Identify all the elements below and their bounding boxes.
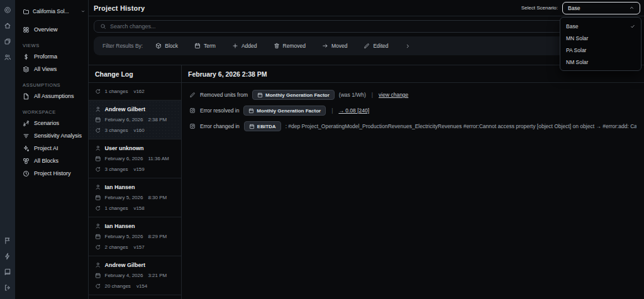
version-icon xyxy=(95,283,101,290)
copies-icon[interactable] xyxy=(4,38,11,45)
pencil-icon xyxy=(189,92,196,98)
entry-date: February 6, 2026 xyxy=(105,156,143,161)
person-icon xyxy=(95,223,101,229)
logout-icon[interactable] xyxy=(4,284,11,291)
calendar-icon xyxy=(248,108,254,114)
change-row: Error changed in EBITDA : #dep Project_O… xyxy=(189,121,636,131)
filter-button[interactable]: Added xyxy=(232,43,257,49)
filter-button-label: Removed xyxy=(283,43,306,49)
row-divider: | xyxy=(331,107,333,114)
filter-more-chevron-icon[interactable] xyxy=(405,43,411,49)
entry-changes-count: 1 changes xyxy=(105,205,128,211)
change-detail-text: : #dep Project_OperatingModel_Production… xyxy=(286,123,636,129)
person-icon xyxy=(95,262,101,268)
project-name: California Sol... xyxy=(33,8,69,14)
scenario-option[interactable]: MN Solar xyxy=(560,32,641,44)
sidebar-item[interactable]: Scenarios xyxy=(23,117,86,129)
sidebar-item-label: Scenarios xyxy=(34,120,59,126)
calendar-icon xyxy=(95,195,101,201)
zap-icon[interactable] xyxy=(4,253,11,260)
entry-user: User unknown xyxy=(105,145,144,151)
sidebar-item[interactable]: All Assumptions xyxy=(23,90,86,102)
flag-icon[interactable] xyxy=(4,237,11,244)
sidebar-item[interactable]: All Views xyxy=(23,63,86,75)
block-chip[interactable]: EBITDA xyxy=(244,121,281,131)
filter-button-label: Moved xyxy=(331,43,348,49)
changelog-entry[interactable]: Ian Hansen February 5, 2026 8:29 PM 2 ch… xyxy=(89,217,181,256)
block-chip[interactable]: Monthly Generation Factor xyxy=(252,90,335,100)
person-icon xyxy=(95,184,101,190)
logo-icon[interactable] xyxy=(4,6,11,14)
sidebar-item[interactable]: Proforma xyxy=(23,50,86,63)
change-row: Error resolved in Monthly Generation Fac… xyxy=(189,106,636,116)
changelog-entry[interactable]: User unknown February 6, 2026 11:36 AM 3… xyxy=(89,139,181,178)
scenario-option[interactable]: PA Solar xyxy=(560,44,641,56)
users-icon[interactable] xyxy=(4,53,11,61)
chevron-down-icon xyxy=(80,9,86,14)
filter-button[interactable]: Moved xyxy=(322,43,348,49)
sidebar-item[interactable]: Sensitivity Analysis xyxy=(23,129,86,142)
trash-icon xyxy=(274,43,280,49)
calendar-icon xyxy=(257,92,263,98)
entry-changes-count: 1 changes xyxy=(105,89,128,94)
sidebar-item[interactable]: Project AI xyxy=(23,142,86,155)
scenario-option[interactable]: NM Solar xyxy=(560,56,641,68)
entry-user-row: Ian Hansen xyxy=(95,183,175,190)
change-row: Removed units from Monthly Generation Fa… xyxy=(189,90,636,100)
entry-user-row: Ian Hansen xyxy=(95,222,175,229)
changelog-entry[interactable]: Andrew Gilbert February 6, 2026 2:38 PM … xyxy=(89,101,181,139)
entry-version: v160 xyxy=(133,128,144,133)
filter-bar: Filter Results By: Block Term xyxy=(94,36,639,55)
sidebar-item-label: All Assumptions xyxy=(34,93,74,99)
change-link[interactable]: view change xyxy=(379,92,408,98)
filter-buttons: Block Term Added xyxy=(155,43,404,49)
branch-icon xyxy=(23,120,30,127)
filter-button[interactable]: Block xyxy=(155,43,178,49)
block-chip[interactable]: Monthly Generation Factor xyxy=(243,106,326,116)
filter-button[interactable]: Edited xyxy=(364,43,388,49)
entry-user: Ian Hansen xyxy=(105,223,135,229)
top-bar: Project History Select Scenario: Base xyxy=(89,0,644,16)
sidebar-item-overview[interactable]: Overview xyxy=(23,23,86,36)
change-action-text: Error resolved in xyxy=(200,107,239,114)
filter-button-label: Block xyxy=(165,43,178,49)
change-link[interactable]: → 0.08 [240] xyxy=(338,107,369,114)
filter-button[interactable]: Removed xyxy=(274,43,306,49)
sparkles-icon xyxy=(23,145,30,152)
section-label-views: VIEWS xyxy=(23,43,86,48)
sidebar-item[interactable]: All Blocks xyxy=(23,155,86,167)
book-icon[interactable] xyxy=(4,268,11,276)
entry-version: v157 xyxy=(133,244,144,250)
person-icon xyxy=(95,106,101,112)
entry-date: February 6, 2026 xyxy=(105,117,143,122)
history-body: Change Log 1 changes v162 xyxy=(89,65,644,299)
entry-user: Andrew Gilbert xyxy=(105,262,146,268)
version-icon xyxy=(95,128,101,134)
entry-date: February 4, 2026 xyxy=(105,273,143,278)
changelog-entry[interactable]: Andrew Gilbert February 4, 2026 3:21 PM … xyxy=(89,256,181,295)
sidebar-item-label: All Blocks xyxy=(34,158,58,164)
change-detail-panel: February 6, 2026 2:38 PM Removed units f… xyxy=(182,65,644,299)
home-icon[interactable] xyxy=(4,22,11,30)
project-selector[interactable]: California Sol... xyxy=(23,6,86,16)
document-icon xyxy=(23,93,30,100)
entry-changes-row: 20 changes v154 xyxy=(95,283,175,290)
changelog-entry[interactable]: 1 changes v162 xyxy=(89,83,181,101)
filter-button[interactable]: Term xyxy=(194,43,216,49)
changelog-entry[interactable]: Ian Hansen February 5, 2026 8:30 PM 1 ch… xyxy=(89,178,181,217)
search-input[interactable] xyxy=(110,23,633,30)
entry-changes-count: 20 changes xyxy=(105,283,131,289)
sidebar-item-label: Project History xyxy=(34,170,71,177)
calendar-icon xyxy=(95,234,101,240)
scenario-select[interactable]: Base xyxy=(562,2,640,14)
sidebar-item[interactable]: Project History xyxy=(23,167,86,180)
change-action-text: Error changed in xyxy=(200,123,240,129)
entry-user: Ian Hansen xyxy=(105,184,135,190)
scenario-option[interactable]: Base xyxy=(560,20,641,32)
changelog-entry[interactable]: Andrew Gilbert xyxy=(89,295,181,299)
rail-top-icons xyxy=(4,6,11,61)
scenario-option-label: MN Solar xyxy=(566,35,588,41)
entry-changes-row: 1 changes v162 xyxy=(95,88,175,95)
changelog-panel: Change Log 1 changes v162 xyxy=(89,65,182,299)
pencil-icon xyxy=(364,43,370,49)
